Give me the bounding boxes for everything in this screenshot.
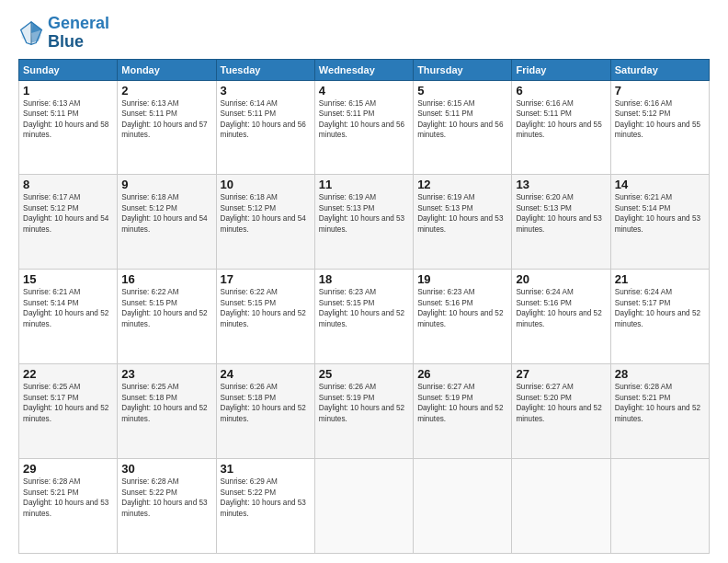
calendar-day-cell: 10Sunrise: 6:18 AMSunset: 5:12 PMDayligh… bbox=[216, 175, 314, 270]
calendar-day-cell: 12Sunrise: 6:19 AMSunset: 5:13 PMDayligh… bbox=[414, 175, 512, 270]
calendar-day-cell: 21Sunrise: 6:24 AMSunset: 5:17 PMDayligh… bbox=[610, 270, 709, 364]
day-number: 22 bbox=[23, 367, 113, 381]
day-number: 13 bbox=[516, 178, 606, 191]
calendar-day-cell: 3Sunrise: 6:14 AMSunset: 5:11 PMDaylight… bbox=[216, 80, 314, 175]
day-number: 12 bbox=[417, 178, 507, 191]
calendar-day-cell: 15Sunrise: 6:21 AMSunset: 5:14 PMDayligh… bbox=[19, 270, 118, 364]
header: General Blue bbox=[18, 15, 710, 52]
day-number: 29 bbox=[23, 462, 113, 476]
calendar-day-cell: 16Sunrise: 6:22 AMSunset: 5:15 PMDayligh… bbox=[118, 270, 216, 364]
day-info: Sunrise: 6:28 AMSunset: 5:21 PMDaylight:… bbox=[615, 382, 705, 424]
day-info: Sunrise: 6:15 AMSunset: 5:11 PMDaylight:… bbox=[319, 98, 409, 141]
day-number: 25 bbox=[319, 367, 409, 381]
day-of-week-header: Saturday bbox=[610, 59, 709, 80]
day-number: 8 bbox=[23, 178, 113, 191]
calendar-day-cell: 26Sunrise: 6:27 AMSunset: 5:19 PMDayligh… bbox=[414, 364, 512, 459]
calendar-day-cell bbox=[414, 459, 512, 554]
calendar-day-cell: 31Sunrise: 6:29 AMSunset: 5:22 PMDayligh… bbox=[216, 459, 314, 554]
calendar-day-cell: 25Sunrise: 6:26 AMSunset: 5:19 PMDayligh… bbox=[314, 364, 413, 459]
calendar-header: SundayMondayTuesdayWednesdayThursdayFrid… bbox=[19, 59, 710, 80]
calendar-day-cell: 30Sunrise: 6:28 AMSunset: 5:22 PMDayligh… bbox=[118, 459, 216, 554]
day-info: Sunrise: 6:20 AMSunset: 5:13 PMDaylight:… bbox=[516, 192, 606, 235]
calendar-week-row: 29Sunrise: 6:28 AMSunset: 5:21 PMDayligh… bbox=[19, 459, 710, 554]
day-info: Sunrise: 6:27 AMSunset: 5:19 PMDaylight:… bbox=[417, 382, 507, 424]
day-info: Sunrise: 6:13 AMSunset: 5:11 PMDaylight:… bbox=[23, 98, 113, 141]
day-of-week-header: Sunday bbox=[19, 59, 118, 80]
logo-text: General Blue bbox=[48, 15, 109, 52]
calendar-day-cell: 13Sunrise: 6:20 AMSunset: 5:13 PMDayligh… bbox=[512, 175, 610, 270]
day-info: Sunrise: 6:29 AMSunset: 5:22 PMDaylight:… bbox=[221, 477, 311, 519]
day-of-week-header: Tuesday bbox=[216, 59, 314, 80]
day-number: 18 bbox=[319, 272, 409, 286]
calendar-day-cell: 6Sunrise: 6:16 AMSunset: 5:11 PMDaylight… bbox=[512, 80, 610, 175]
calendar-day-cell bbox=[512, 459, 610, 554]
calendar-day-cell: 29Sunrise: 6:28 AMSunset: 5:21 PMDayligh… bbox=[19, 459, 118, 554]
day-info: Sunrise: 6:24 AMSunset: 5:17 PMDaylight:… bbox=[615, 287, 705, 329]
calendar-day-cell: 4Sunrise: 6:15 AMSunset: 5:11 PMDaylight… bbox=[314, 80, 413, 175]
calendar-week-row: 15Sunrise: 6:21 AMSunset: 5:14 PMDayligh… bbox=[19, 270, 710, 364]
day-number: 17 bbox=[221, 272, 311, 286]
day-of-week-header: Thursday bbox=[414, 59, 512, 80]
day-number: 10 bbox=[221, 178, 311, 191]
calendar-day-cell: 9Sunrise: 6:18 AMSunset: 5:12 PMDaylight… bbox=[118, 175, 216, 270]
day-info: Sunrise: 6:14 AMSunset: 5:11 PMDaylight:… bbox=[221, 98, 311, 141]
day-info: Sunrise: 6:19 AMSunset: 5:13 PMDaylight:… bbox=[417, 192, 507, 235]
calendar-day-cell: 20Sunrise: 6:24 AMSunset: 5:16 PMDayligh… bbox=[512, 270, 610, 364]
day-number: 16 bbox=[121, 272, 211, 286]
day-number: 15 bbox=[23, 272, 113, 286]
day-number: 9 bbox=[121, 178, 211, 191]
day-info: Sunrise: 6:26 AMSunset: 5:18 PMDaylight:… bbox=[221, 382, 311, 424]
day-number: 30 bbox=[121, 462, 211, 476]
day-info: Sunrise: 6:19 AMSunset: 5:13 PMDaylight:… bbox=[319, 192, 409, 235]
day-of-week-header: Wednesday bbox=[314, 59, 413, 80]
calendar-day-cell: 19Sunrise: 6:23 AMSunset: 5:16 PMDayligh… bbox=[414, 270, 512, 364]
day-info: Sunrise: 6:13 AMSunset: 5:11 PMDaylight:… bbox=[121, 98, 211, 141]
day-info: Sunrise: 6:27 AMSunset: 5:20 PMDaylight:… bbox=[516, 382, 606, 424]
calendar-week-row: 1Sunrise: 6:13 AMSunset: 5:11 PMDaylight… bbox=[19, 80, 710, 175]
calendar-day-cell: 17Sunrise: 6:22 AMSunset: 5:15 PMDayligh… bbox=[216, 270, 314, 364]
day-info: Sunrise: 6:15 AMSunset: 5:11 PMDaylight:… bbox=[417, 98, 507, 141]
day-info: Sunrise: 6:22 AMSunset: 5:15 PMDaylight:… bbox=[121, 287, 211, 329]
day-info: Sunrise: 6:26 AMSunset: 5:19 PMDaylight:… bbox=[319, 382, 409, 424]
calendar-week-row: 8Sunrise: 6:17 AMSunset: 5:12 PMDaylight… bbox=[19, 175, 710, 270]
day-number: 5 bbox=[417, 84, 507, 98]
calendar-day-cell: 2Sunrise: 6:13 AMSunset: 5:11 PMDaylight… bbox=[118, 80, 216, 175]
logo: General Blue bbox=[18, 15, 109, 52]
day-number: 28 bbox=[615, 367, 705, 381]
day-info: Sunrise: 6:17 AMSunset: 5:12 PMDaylight:… bbox=[23, 192, 113, 235]
day-number: 26 bbox=[417, 367, 507, 381]
day-number: 19 bbox=[417, 272, 507, 286]
calendar-day-cell bbox=[610, 459, 709, 554]
day-number: 6 bbox=[516, 84, 606, 98]
day-info: Sunrise: 6:21 AMSunset: 5:14 PMDaylight:… bbox=[615, 192, 705, 235]
logo-icon bbox=[18, 20, 44, 46]
day-info: Sunrise: 6:18 AMSunset: 5:12 PMDaylight:… bbox=[221, 192, 311, 235]
calendar-day-cell: 28Sunrise: 6:28 AMSunset: 5:21 PMDayligh… bbox=[610, 364, 709, 459]
day-info: Sunrise: 6:18 AMSunset: 5:12 PMDaylight:… bbox=[121, 192, 211, 235]
day-number: 1 bbox=[23, 84, 113, 98]
calendar-day-cell: 23Sunrise: 6:25 AMSunset: 5:18 PMDayligh… bbox=[118, 364, 216, 459]
calendar-day-cell: 8Sunrise: 6:17 AMSunset: 5:12 PMDaylight… bbox=[19, 175, 118, 270]
day-number: 14 bbox=[615, 178, 705, 191]
calendar-day-cell: 5Sunrise: 6:15 AMSunset: 5:11 PMDaylight… bbox=[414, 80, 512, 175]
day-of-week-header: Friday bbox=[512, 59, 610, 80]
day-number: 27 bbox=[516, 367, 606, 381]
calendar-day-cell: 18Sunrise: 6:23 AMSunset: 5:15 PMDayligh… bbox=[314, 270, 413, 364]
calendar-day-cell: 14Sunrise: 6:21 AMSunset: 5:14 PMDayligh… bbox=[610, 175, 709, 270]
day-info: Sunrise: 6:25 AMSunset: 5:17 PMDaylight:… bbox=[23, 382, 113, 424]
day-info: Sunrise: 6:24 AMSunset: 5:16 PMDaylight:… bbox=[516, 287, 606, 329]
day-info: Sunrise: 6:16 AMSunset: 5:12 PMDaylight:… bbox=[615, 98, 705, 141]
day-number: 21 bbox=[615, 272, 705, 286]
day-number: 3 bbox=[221, 84, 311, 98]
calendar-day-cell: 27Sunrise: 6:27 AMSunset: 5:20 PMDayligh… bbox=[512, 364, 610, 459]
calendar-day-cell: 24Sunrise: 6:26 AMSunset: 5:18 PMDayligh… bbox=[216, 364, 314, 459]
day-info: Sunrise: 6:28 AMSunset: 5:21 PMDaylight:… bbox=[23, 477, 113, 519]
day-info: Sunrise: 6:23 AMSunset: 5:16 PMDaylight:… bbox=[417, 287, 507, 329]
calendar-day-cell: 11Sunrise: 6:19 AMSunset: 5:13 PMDayligh… bbox=[314, 175, 413, 270]
day-number: 7 bbox=[615, 84, 705, 98]
day-info: Sunrise: 6:22 AMSunset: 5:15 PMDaylight:… bbox=[221, 287, 311, 329]
calendar-day-cell: 22Sunrise: 6:25 AMSunset: 5:17 PMDayligh… bbox=[19, 364, 118, 459]
day-info: Sunrise: 6:21 AMSunset: 5:14 PMDaylight:… bbox=[23, 287, 113, 329]
day-info: Sunrise: 6:28 AMSunset: 5:22 PMDaylight:… bbox=[121, 477, 211, 519]
day-number: 11 bbox=[319, 178, 409, 191]
